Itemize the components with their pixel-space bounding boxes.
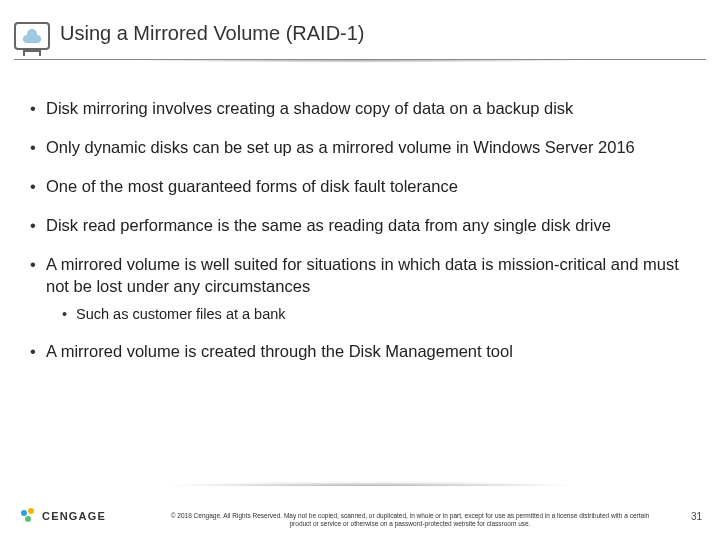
bullet-text: Disk read performance is the same as rea… bbox=[46, 216, 611, 234]
bullet-item: Only dynamic disks can be set up as a mi… bbox=[30, 137, 690, 158]
brand: CENGAGE bbox=[20, 508, 106, 524]
bullet-text: Disk mirroring involves creating a shado… bbox=[46, 99, 573, 117]
bullet-item: A mirrored volume is created through the… bbox=[30, 341, 690, 362]
slide-body: Disk mirroring involves creating a shado… bbox=[0, 64, 720, 362]
slide: Using a Mirrored Volume (RAID-1) Disk mi… bbox=[0, 0, 720, 540]
cloud-monitor-icon bbox=[14, 22, 50, 50]
bullet-item: Disk read performance is the same as rea… bbox=[30, 215, 690, 236]
bullet-text: One of the most guaranteed forms of disk… bbox=[46, 177, 458, 195]
sub-bullet-item: Such as customer files at a bank bbox=[46, 305, 690, 324]
bullet-item: One of the most guaranteed forms of disk… bbox=[30, 176, 690, 197]
bullet-list: Disk mirroring involves creating a shado… bbox=[30, 98, 690, 362]
copyright-text: © 2018 Cengage. All Rights Reserved. May… bbox=[160, 512, 660, 528]
footer-shadow bbox=[60, 480, 680, 486]
bullet-text: Only dynamic disks can be set up as a mi… bbox=[46, 138, 635, 156]
sub-bullet-list: Such as customer files at a bank bbox=[46, 305, 690, 324]
slide-header: Using a Mirrored Volume (RAID-1) bbox=[0, 0, 720, 55]
slide-footer: CENGAGE © 2018 Cengage. All Rights Reser… bbox=[0, 480, 720, 540]
bullet-text: A mirrored volume is created through the… bbox=[46, 342, 513, 360]
sub-bullet-text: Such as customer files at a bank bbox=[76, 306, 286, 322]
cloud-icon bbox=[21, 29, 43, 43]
page-number: 31 bbox=[691, 511, 702, 522]
bullet-text: A mirrored volume is well suited for sit… bbox=[46, 255, 679, 294]
bullet-item: Disk mirroring involves creating a shado… bbox=[30, 98, 690, 119]
slide-title: Using a Mirrored Volume (RAID-1) bbox=[60, 22, 720, 45]
brand-logo-icon bbox=[20, 508, 36, 524]
brand-text: CENGAGE bbox=[42, 510, 106, 522]
bullet-item: A mirrored volume is well suited for sit… bbox=[30, 254, 690, 323]
